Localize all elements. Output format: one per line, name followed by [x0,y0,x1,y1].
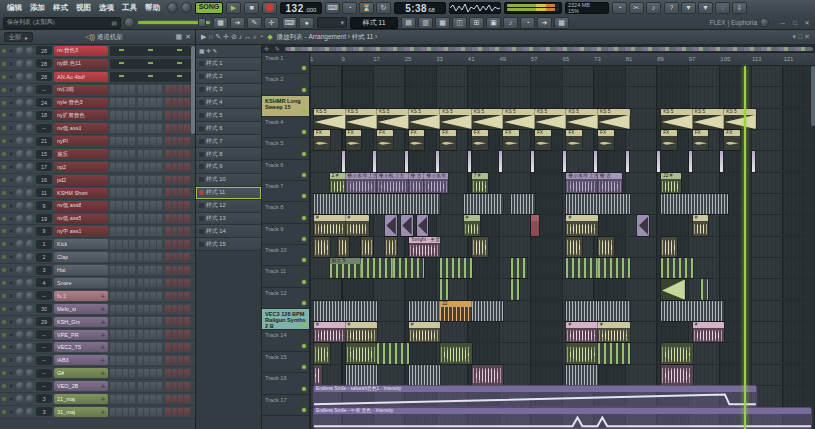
step-sequencer[interactable] [110,279,193,288]
clip-m-dark[interactable] [598,258,630,278]
channel-volume-knob[interactable] [26,176,34,184]
channel-target-number[interactable]: 3 [36,407,52,416]
channel-volume-knob[interactable] [26,215,34,223]
clip-sweep[interactable]: KS 5 [472,109,504,129]
clip-sweep[interactable]: KS 5 [598,109,630,129]
clip-m-light[interactable] [314,194,377,214]
step-cell[interactable] [138,240,143,249]
channel-pan-knob[interactable] [16,318,24,326]
clip-m-dark[interactable] [440,258,472,278]
step-cell[interactable] [123,150,128,159]
step-cell[interactable] [178,188,183,197]
step-cell[interactable] [138,253,143,262]
clip-m-light[interactable] [661,194,728,214]
step-cell[interactable] [129,408,134,417]
clip-riser[interactable] [689,151,692,171]
channel-volume-knob[interactable] [26,47,34,55]
clip-riser[interactable] [499,151,502,171]
channel-target-number[interactable]: 15 [36,150,52,159]
channel-pan-knob[interactable] [16,356,24,364]
step-cell[interactable] [157,98,162,107]
channel-volume-knob[interactable] [26,137,34,145]
channel-volume-knob[interactable] [26,202,34,210]
channel-button[interactable]: nv低 ass8 [54,201,108,211]
channel-select-led[interactable] [2,62,6,66]
channel-mute-button[interactable] [8,164,14,170]
clip-m-light[interactable] [511,194,535,214]
clip-m-dark[interactable] [566,258,598,278]
channel-volume-knob[interactable] [26,99,34,107]
step-cell[interactable] [129,201,134,210]
channel-volume-knob[interactable] [26,343,34,351]
step-cell[interactable] [116,201,121,210]
clip-sweep[interactable]: KS 5 [409,109,441,129]
step-cell[interactable] [178,176,183,185]
channel-volume-knob[interactable] [26,369,34,377]
step-cell[interactable] [129,163,134,172]
clip-m-light[interactable] [598,301,630,321]
channel-target-number[interactable]: -- [36,369,52,378]
step-cell[interactable] [116,188,121,197]
track-lane[interactable]: Tonight - 主音 [310,237,815,258]
channel-button[interactable]: KSH_Gm✛ [54,317,108,327]
panel-icon-3[interactable]: ◫ [452,17,467,29]
pattern-item[interactable]: 样式 10 [196,174,261,187]
channel-button[interactable]: G#✛ [54,368,108,378]
track-enable-led[interactable] [302,173,306,177]
step-cell[interactable] [129,137,134,146]
channel-select-led[interactable] [2,281,6,285]
mode-icon-0[interactable]: ▦ [213,17,228,29]
channel-volume-knob[interactable] [26,279,34,287]
channel-volume-knob[interactable] [26,266,34,274]
channel-pan-knob[interactable] [16,47,24,55]
step-cell[interactable] [165,317,170,326]
clip-riser[interactable] [752,151,755,171]
step-cell[interactable] [172,408,177,417]
channel-volume-knob[interactable] [26,163,34,171]
step-cell[interactable] [178,201,183,210]
step-cell[interactable] [150,214,155,223]
stop-button[interactable]: ■ [244,2,259,14]
step-cell[interactable] [116,124,121,133]
step-sequencer[interactable] [110,330,193,339]
step-sequencer[interactable] [110,111,193,120]
step-cell[interactable] [110,292,115,301]
channel-volume-knob[interactable] [26,86,34,94]
channel-pan-knob[interactable] [16,279,24,287]
shuttle-knob[interactable] [124,17,135,28]
step-cell[interactable] [110,305,115,314]
step-cell[interactable] [138,266,143,275]
step-cell[interactable] [116,111,121,120]
step-cell[interactable] [157,176,162,185]
channel-target-number[interactable]: 16 [36,175,52,184]
step-cell[interactable] [110,85,115,94]
track-header[interactable]: Track 11 [262,266,309,287]
clip-fx[interactable]: FX [409,130,425,150]
step-cell[interactable] [157,111,162,120]
step-cell[interactable] [144,292,149,301]
channel-pan-knob[interactable] [16,240,24,248]
panel-icon-5[interactable]: ▣ [486,17,501,29]
clip-sweep[interactable]: KS 5 [693,109,725,129]
channel-select-led[interactable] [2,229,6,233]
channel-volume-knob[interactable] [26,253,34,261]
step-cell[interactable] [116,137,121,146]
track-header[interactable]: Track 8 [262,202,309,223]
channel-target-number[interactable]: 2 [36,253,52,262]
channel-mute-button[interactable] [8,228,14,234]
track-lane[interactable]: ##### [310,215,815,236]
channel-target-number[interactable]: -- [36,85,52,94]
channel-target-number[interactable]: 24 [36,98,52,107]
channel-volume-knob[interactable] [26,356,34,364]
clip-fx[interactable]: FX [693,130,709,150]
clip-a-purple[interactable]: 楼小水坝 上古 [424,173,448,193]
channel-mute-button[interactable] [8,125,14,131]
channel-pan-knob[interactable] [16,253,24,261]
step-cell[interactable] [165,214,170,223]
clip-red[interactable] [531,215,539,235]
channel-target-number[interactable]: 17 [36,162,52,171]
step-cell[interactable] [165,240,170,249]
channel-mute-button[interactable] [8,280,14,286]
step-cell[interactable] [184,356,189,365]
step-cell[interactable] [184,305,189,314]
